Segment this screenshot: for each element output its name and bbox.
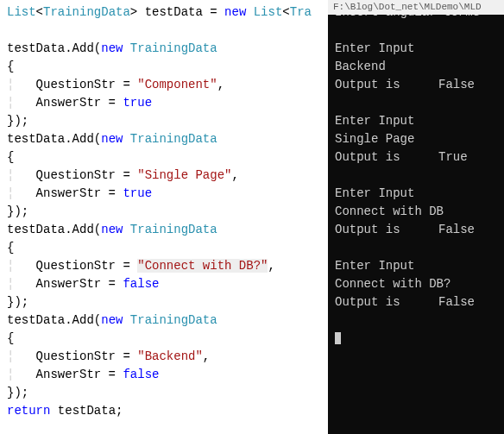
input-echo-line: Backend [335,58,497,76]
output-line: Output isTrue [335,148,497,167]
output-label: Output is [335,221,438,239]
blank-line [335,311,497,330]
output-label: Output is [335,293,438,311]
answer-line: ¦ AnswerStr = false [7,275,321,293]
add-call-line: testData.Add(new TrainingData [7,221,321,239]
close-brace-line: }); [7,203,321,221]
output-value: False [438,76,497,94]
add-call-line: testData.Add(new TrainingData [7,130,321,148]
terminal-titlebar: F:\Blog\Dot_net\MLDemo\MLD [328,0,504,15]
output-label: Output is [335,148,438,167]
output-value: False [438,293,497,311]
question-line: ¦ QuestionStr = "Backend", [7,348,321,366]
prompt-line: Enter Input [335,40,497,58]
output-value: False [438,221,497,239]
question-line: ¦ QuestionStr = "Single Page", [7,167,321,185]
code-editor-pane[interactable]: List<TrainingData> testData = new List<T… [0,0,328,434]
output-value: True [438,148,497,167]
string-literal: "Backend" [137,349,203,363]
output-line: Output isFalse [335,221,497,239]
answer-line: ¦ AnswerStr = false [7,366,321,384]
input-echo-line: Single Page [335,130,497,148]
string-literal: "Component" [137,78,217,91]
blank-line [335,22,497,40]
question-line: ¦ QuestionStr = "Component", [7,76,321,94]
terminal-title-text: F:\Blog\Dot_net\MLDemo\MLD [333,2,482,12]
terminal-cursor-line [335,330,497,348]
string-literal: "Single Page" [137,168,231,182]
blank-line [335,239,497,257]
output-line: Output isFalse [335,76,497,94]
prompt-line: Enter Input [335,257,497,275]
close-brace-line: }); [7,293,321,311]
open-brace-line: { [7,58,321,76]
output-label: Output is [335,76,438,94]
add-call-line: testData.Add(new TrainingData [7,40,321,58]
cursor-icon [335,332,341,344]
input-echo-line: Connect with DB [335,203,497,221]
code-lines: List<TrainingData> testData = new List<T… [7,3,321,420]
blank-line [335,94,497,112]
input-echo-line: Connect with DB? [335,275,497,293]
open-brace-line: { [7,239,321,257]
string-literal: "Connect with DB?" [137,259,268,273]
open-brace-line: { [7,148,321,167]
output-line: Output isFalse [335,293,497,311]
return-line: return testData; [7,402,321,420]
close-brace-line: }); [7,112,321,130]
answer-line: ¦ AnswerStr = true [7,94,321,112]
add-call-line: testData.Add(new TrainingData [7,311,321,330]
prompt-line: Enter Input [335,185,497,203]
answer-line: ¦ AnswerStr = true [7,185,321,203]
close-brace-line: }); [7,384,321,402]
decl-line: List<TrainingData> testData = new List<T… [7,3,321,22]
blank-line [335,167,497,185]
terminal-pane[interactable]: F:\Blog\Dot_net\MLDemo\MLD Insert angula… [328,0,504,434]
prompt-line: Enter Input [335,112,497,130]
open-brace-line: { [7,330,321,348]
question-line: ¦ QuestionStr = "Connect with DB?", [7,257,321,275]
blank-line [7,22,321,40]
terminal-content: Insert angular terms Enter InputBackendO… [335,3,497,348]
